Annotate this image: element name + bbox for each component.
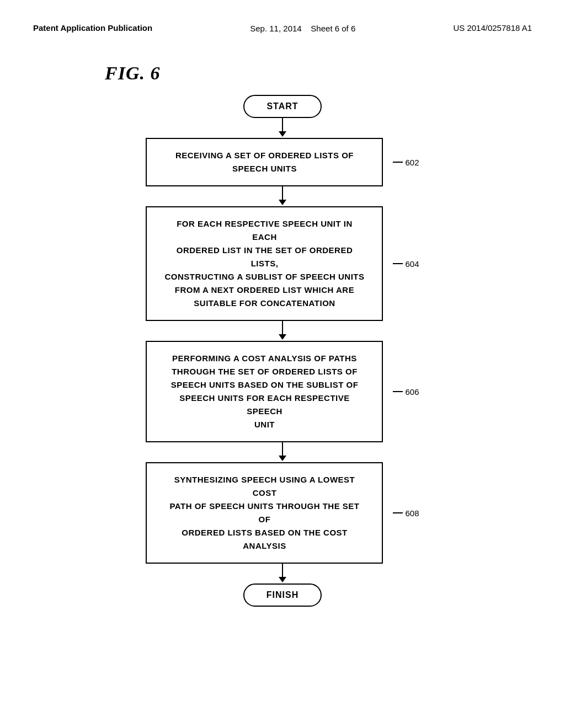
finish-label: FINISH <box>266 590 299 599</box>
figure-title: FIG. 6 <box>105 63 160 83</box>
patent-number: US 2014/0257818 A1 <box>453 23 532 33</box>
arrow-4 <box>279 442 286 462</box>
step-604-box: FOR EACH RESPECTIVE SPEECH UNIT IN EACH … <box>146 206 383 321</box>
page: Patent Application Publication Sep. 11, … <box>0 0 565 728</box>
start-label: START <box>266 101 298 111</box>
step-606-row: PERFORMING A COST ANALYSIS OF PATHS THRO… <box>146 341 419 442</box>
header-left: Patent Application Publication <box>33 22 152 34</box>
start-oval: START <box>243 95 321 118</box>
step-602-row: RECEIVING A SET OF ORDERED LISTS OFSPEEC… <box>146 138 419 186</box>
sheet-label: Sheet 6 of 6 <box>311 24 355 33</box>
publication-label: Patent Application Publication <box>33 23 152 33</box>
arrow-5 <box>279 564 286 584</box>
header: Patent Application Publication Sep. 11, … <box>0 0 565 46</box>
step-608-box: SYNTHESIZING SPEECH USING A LOWEST COST … <box>146 462 383 564</box>
date-label: Sep. 11, 2014 <box>250 24 301 33</box>
arrow-1 <box>279 118 286 138</box>
step-602-box: RECEIVING A SET OF ORDERED LISTS OFSPEEC… <box>146 138 383 186</box>
arrow-2 <box>279 186 286 206</box>
step-602-label: 602 <box>393 158 419 167</box>
step-606-box: PERFORMING A COST ANALYSIS OF PATHS THRO… <box>146 341 383 442</box>
step-604-label: 604 <box>393 259 419 269</box>
flowchart: START RECEIVING A SET OF ORDERED LISTS O… <box>0 95 565 607</box>
step-604-row: FOR EACH RESPECTIVE SPEECH UNIT IN EACH … <box>146 206 419 321</box>
step-608-row: SYNTHESIZING SPEECH USING A LOWEST COST … <box>146 462 419 564</box>
step-606-label: 606 <box>393 387 419 397</box>
step-608-label: 608 <box>393 508 419 518</box>
header-center: Sep. 11, 2014 Sheet 6 of 6 <box>250 22 355 35</box>
arrow-3 <box>279 321 286 341</box>
finish-oval: FINISH <box>243 584 322 607</box>
header-right: US 2014/0257818 A1 <box>453 22 532 34</box>
